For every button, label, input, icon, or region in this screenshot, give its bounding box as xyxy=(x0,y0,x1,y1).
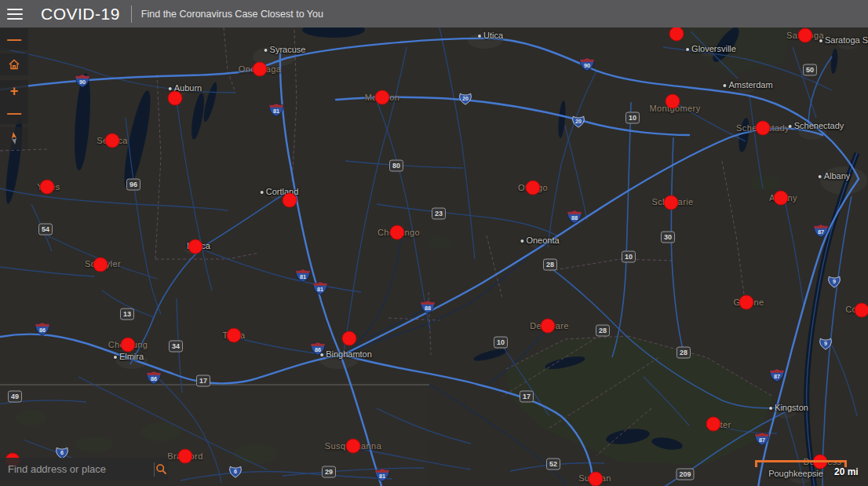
map-canvas[interactable]: OnondagaMadisonMontgomerySaratogaSchenec… xyxy=(0,0,868,486)
covid-case-dot[interactable] xyxy=(168,91,183,106)
search-widget xyxy=(0,458,169,481)
covid19-map-app: OnondagaMadisonMontgomerySaratogaSchenec… xyxy=(0,0,868,486)
map-scale-label: 20 mi xyxy=(834,466,859,477)
covid-case-dot[interactable] xyxy=(390,225,405,240)
covid-case-dot[interactable] xyxy=(541,319,556,334)
home-button[interactable] xyxy=(0,53,28,75)
covid-case-dot[interactable] xyxy=(706,417,721,432)
zoom-in-icon: + xyxy=(10,84,19,98)
covid-case-dot[interactable] xyxy=(178,449,193,464)
collapse-icon: — xyxy=(7,32,21,46)
covid-case-dot[interactable] xyxy=(756,121,771,136)
covid-case-dot[interactable] xyxy=(253,62,268,77)
covid-case-dot[interactable] xyxy=(375,90,390,105)
covid-case-dot[interactable] xyxy=(346,439,361,454)
covid-case-dot[interactable] xyxy=(40,180,55,195)
covid-case-dot[interactable] xyxy=(283,193,297,208)
collapse-button[interactable]: — xyxy=(0,28,28,50)
covid-case-dot[interactable] xyxy=(342,331,357,346)
covid-case-dot[interactable] xyxy=(121,338,136,353)
app-title: COVID-19 xyxy=(41,5,120,24)
search-button[interactable] xyxy=(155,458,169,481)
home-icon xyxy=(8,58,20,71)
covid-case-dot[interactable] xyxy=(188,239,203,254)
covid-case-dot[interactable] xyxy=(774,191,789,206)
covid-case-dot[interactable] xyxy=(666,94,680,109)
covid-case-dot[interactable] xyxy=(855,303,868,318)
covid-case-dot[interactable] xyxy=(669,27,684,42)
search-input[interactable] xyxy=(0,458,154,481)
covid-case-dot[interactable] xyxy=(526,181,541,195)
zoom-out-button[interactable]: — xyxy=(0,102,28,124)
covid-case-dot[interactable] xyxy=(664,195,679,210)
search-icon xyxy=(155,463,167,475)
compass-icon xyxy=(7,130,21,146)
covid-case-dot[interactable] xyxy=(93,258,108,272)
compass-button[interactable] xyxy=(0,127,28,149)
zoom-in-button[interactable]: + xyxy=(0,80,28,102)
covid-case-dot[interactable] xyxy=(739,295,754,310)
zoom-out-icon: — xyxy=(7,106,21,120)
map-scale-bar xyxy=(755,460,847,467)
covid-case-dot[interactable] xyxy=(227,328,242,343)
covid-case-dot[interactable] xyxy=(589,472,604,486)
app-header: COVID-19 Find the Coronavirus Case Close… xyxy=(0,0,868,27)
covid-case-dot[interactable] xyxy=(105,133,120,148)
title-divider xyxy=(131,5,132,23)
hamburger-menu-icon[interactable] xyxy=(0,0,30,27)
basemap xyxy=(0,0,868,486)
covid-case-dot[interactable] xyxy=(798,28,813,43)
app-subtitle: Find the Coronavirus Case Closest to You xyxy=(141,9,323,20)
